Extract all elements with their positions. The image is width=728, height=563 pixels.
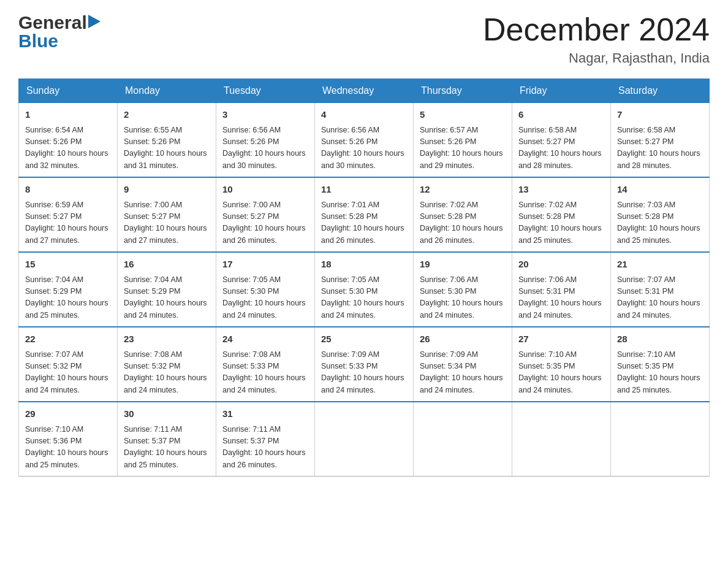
week-row-2: 8Sunrise: 6:59 AMSunset: 5:27 PMDaylight… — [19, 177, 710, 252]
day-cell: 26Sunrise: 7:09 AMSunset: 5:34 PMDayligh… — [414, 327, 512, 402]
month-title: December 2024 — [483, 12, 710, 47]
day-info: Sunrise: 7:00 AMSunset: 5:27 PMDaylight:… — [124, 199, 210, 247]
day-number: 29 — [25, 407, 111, 421]
day-number: 1 — [25, 108, 111, 122]
header-saturday: Saturday — [611, 79, 710, 103]
day-cell — [315, 402, 414, 477]
day-info: Sunrise: 7:10 AMSunset: 5:35 PMDaylight:… — [617, 349, 703, 397]
day-info: Sunrise: 6:59 AMSunset: 5:27 PMDaylight:… — [25, 199, 111, 247]
day-cell: 8Sunrise: 6:59 AMSunset: 5:27 PMDaylight… — [19, 177, 118, 252]
header-monday: Monday — [118, 79, 216, 103]
day-number: 28 — [617, 332, 703, 347]
day-cell: 31Sunrise: 7:11 AMSunset: 5:37 PMDayligh… — [216, 402, 315, 477]
day-cell: 23Sunrise: 7:08 AMSunset: 5:32 PMDayligh… — [118, 327, 216, 402]
day-cell: 13Sunrise: 7:02 AMSunset: 5:28 PMDayligh… — [512, 177, 611, 252]
day-number: 8 — [25, 183, 111, 197]
day-cell: 10Sunrise: 7:00 AMSunset: 5:27 PMDayligh… — [216, 177, 315, 252]
day-info: Sunrise: 7:05 AMSunset: 5:30 PMDaylight:… — [222, 274, 308, 322]
day-cell: 18Sunrise: 7:05 AMSunset: 5:30 PMDayligh… — [315, 252, 414, 327]
day-cell: 12Sunrise: 7:02 AMSunset: 5:28 PMDayligh… — [414, 177, 512, 252]
day-info: Sunrise: 7:01 AMSunset: 5:28 PMDaylight:… — [321, 199, 407, 247]
day-cell: 25Sunrise: 7:09 AMSunset: 5:33 PMDayligh… — [315, 327, 414, 402]
title-block: December 2024 Nagar, Rajasthan, India — [483, 12, 710, 66]
day-number: 22 — [25, 332, 111, 347]
day-number: 21 — [617, 258, 703, 272]
day-info: Sunrise: 7:10 AMSunset: 5:35 PMDaylight:… — [518, 349, 604, 397]
header-thursday: Thursday — [414, 79, 512, 103]
day-info: Sunrise: 7:08 AMSunset: 5:32 PMDaylight:… — [124, 349, 210, 397]
day-number: 17 — [222, 258, 308, 272]
day-cell: 2Sunrise: 6:55 AMSunset: 5:26 PMDaylight… — [118, 103, 216, 178]
day-cell: 9Sunrise: 7:00 AMSunset: 5:27 PMDaylight… — [118, 177, 216, 252]
day-info: Sunrise: 6:54 AMSunset: 5:26 PMDaylight:… — [25, 124, 111, 172]
logo-general-text: General — [18, 12, 87, 33]
logo: General Blue — [18, 12, 100, 52]
day-cell: 21Sunrise: 7:07 AMSunset: 5:31 PMDayligh… — [611, 252, 710, 327]
days-header-row: SundayMondayTuesdayWednesdayThursdayFrid… — [19, 79, 710, 103]
day-info: Sunrise: 6:55 AMSunset: 5:26 PMDaylight:… — [124, 124, 210, 172]
day-cell: 7Sunrise: 6:58 AMSunset: 5:27 PMDaylight… — [611, 103, 710, 178]
logo-triangle-icon — [88, 15, 100, 31]
day-number: 10 — [222, 183, 308, 197]
day-number: 30 — [124, 407, 210, 421]
day-number: 20 — [518, 258, 604, 272]
day-number: 24 — [222, 332, 308, 347]
day-cell: 17Sunrise: 7:05 AMSunset: 5:30 PMDayligh… — [216, 252, 315, 327]
day-info: Sunrise: 7:04 AMSunset: 5:29 PMDaylight:… — [124, 274, 210, 322]
day-info: Sunrise: 7:02 AMSunset: 5:28 PMDaylight:… — [420, 199, 506, 247]
day-cell — [414, 402, 512, 477]
day-number: 3 — [222, 108, 308, 122]
day-number: 19 — [420, 258, 506, 272]
day-cell: 30Sunrise: 7:11 AMSunset: 5:37 PMDayligh… — [118, 402, 216, 477]
day-cell: 6Sunrise: 6:58 AMSunset: 5:27 PMDaylight… — [512, 103, 611, 178]
day-number: 15 — [25, 258, 111, 272]
day-cell: 20Sunrise: 7:06 AMSunset: 5:31 PMDayligh… — [512, 252, 611, 327]
day-number: 6 — [518, 108, 604, 122]
day-info: Sunrise: 7:02 AMSunset: 5:28 PMDaylight:… — [518, 199, 604, 247]
header-wednesday: Wednesday — [315, 79, 414, 103]
day-number: 7 — [617, 108, 703, 122]
day-cell: 29Sunrise: 7:10 AMSunset: 5:36 PMDayligh… — [19, 402, 118, 477]
day-number: 13 — [518, 183, 604, 197]
week-row-1: 1Sunrise: 6:54 AMSunset: 5:26 PMDaylight… — [19, 103, 710, 178]
day-cell: 19Sunrise: 7:06 AMSunset: 5:30 PMDayligh… — [414, 252, 512, 327]
day-info: Sunrise: 7:07 AMSunset: 5:32 PMDaylight:… — [25, 349, 111, 397]
day-number: 26 — [420, 332, 506, 347]
day-info: Sunrise: 7:09 AMSunset: 5:33 PMDaylight:… — [321, 349, 407, 397]
day-cell: 27Sunrise: 7:10 AMSunset: 5:35 PMDayligh… — [512, 327, 611, 402]
day-info: Sunrise: 7:10 AMSunset: 5:36 PMDaylight:… — [25, 424, 111, 472]
day-info: Sunrise: 7:06 AMSunset: 5:31 PMDaylight:… — [518, 274, 604, 322]
day-number: 11 — [321, 183, 407, 197]
week-row-5: 29Sunrise: 7:10 AMSunset: 5:36 PMDayligh… — [19, 402, 710, 477]
day-number: 14 — [617, 183, 703, 197]
day-number: 16 — [124, 258, 210, 272]
week-row-3: 15Sunrise: 7:04 AMSunset: 5:29 PMDayligh… — [19, 252, 710, 327]
day-cell: 1Sunrise: 6:54 AMSunset: 5:26 PMDaylight… — [19, 103, 118, 178]
day-number: 5 — [420, 108, 506, 122]
day-number: 4 — [321, 108, 407, 122]
day-info: Sunrise: 6:56 AMSunset: 5:26 PMDaylight:… — [321, 124, 407, 172]
day-info: Sunrise: 6:56 AMSunset: 5:26 PMDaylight:… — [222, 124, 308, 172]
day-number: 25 — [321, 332, 407, 347]
day-cell: 5Sunrise: 6:57 AMSunset: 5:26 PMDaylight… — [414, 103, 512, 178]
day-info: Sunrise: 7:00 AMSunset: 5:27 PMDaylight:… — [222, 199, 308, 247]
day-info: Sunrise: 6:58 AMSunset: 5:27 PMDaylight:… — [518, 124, 604, 172]
logo-blue-text: Blue — [18, 31, 58, 52]
day-cell: 11Sunrise: 7:01 AMSunset: 5:28 PMDayligh… — [315, 177, 414, 252]
day-number: 9 — [124, 183, 210, 197]
day-number: 12 — [420, 183, 506, 197]
day-info: Sunrise: 7:08 AMSunset: 5:33 PMDaylight:… — [222, 349, 308, 397]
page-header: General Blue December 2024 Nagar, Rajast… — [18, 12, 710, 66]
day-info: Sunrise: 6:58 AMSunset: 5:27 PMDaylight:… — [617, 124, 703, 172]
day-cell: 3Sunrise: 6:56 AMSunset: 5:26 PMDaylight… — [216, 103, 315, 178]
week-row-4: 22Sunrise: 7:07 AMSunset: 5:32 PMDayligh… — [19, 327, 710, 402]
day-info: Sunrise: 7:05 AMSunset: 5:30 PMDaylight:… — [321, 274, 407, 322]
day-cell: 28Sunrise: 7:10 AMSunset: 5:35 PMDayligh… — [611, 327, 710, 402]
day-info: Sunrise: 7:03 AMSunset: 5:28 PMDaylight:… — [617, 199, 703, 247]
day-number: 23 — [124, 332, 210, 347]
header-sunday: Sunday — [19, 79, 118, 103]
day-number: 18 — [321, 258, 407, 272]
day-info: Sunrise: 7:09 AMSunset: 5:34 PMDaylight:… — [420, 349, 506, 397]
day-cell: 4Sunrise: 6:56 AMSunset: 5:26 PMDaylight… — [315, 103, 414, 178]
location-subtitle: Nagar, Rajasthan, India — [483, 50, 710, 66]
